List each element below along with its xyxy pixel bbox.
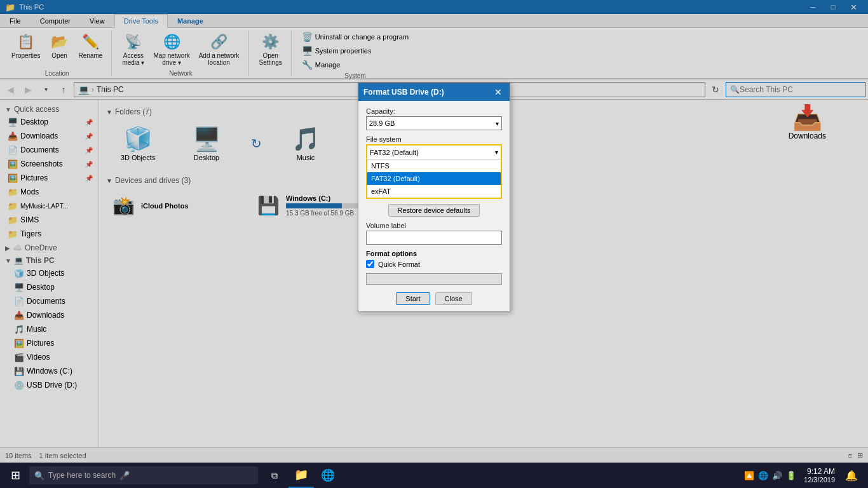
capacity-select-arrow-icon: ▾ [496,120,499,127]
systray-network-icon[interactable]: 🌐 [758,471,768,480]
dialog-body: Capacity: 28.9 GB ▾ File system FAT32 (D… [358,101,510,311]
taskbar-items: ⧉ 📁 🌐 [262,463,341,488]
dialog-titlebar: Format USB Drive (D:) ✕ [358,83,510,101]
taskbar-right: 🔼 🌐 🔊 🔋 9:12 AM 12/3/2019 🔔 [744,463,865,488]
taskbar-search-icon: 🔍 [34,471,44,480]
systray-battery-icon[interactable]: 🔋 [786,471,796,480]
dialog-close-button[interactable]: Close [435,292,472,305]
clock-time: 9:12 AM [804,467,835,476]
volume-label-text: Volume label [366,222,502,229]
filesystem-option-fat32[interactable]: FAT32 (Default) [367,172,501,185]
filesystem-option-ntfs[interactable]: NTFS [367,159,501,172]
taskbar-search[interactable]: 🔍 Type here to search 🎤 [29,466,258,484]
filesystem-dropdown[interactable]: FAT32 (Default) ▾ NTFS FAT32 (Default) e… [366,144,502,199]
taskbar-browser[interactable]: 🌐 [315,463,341,488]
systray-volume-icon[interactable]: 🔊 [772,471,782,480]
systray-chevron-icon[interactable]: 🔼 [744,471,754,480]
taskbar-clock[interactable]: 9:12 AM 12/3/2019 [799,467,840,484]
quick-format-checkbox[interactable] [366,260,374,268]
taskbar-mic-icon[interactable]: 🎤 [119,471,130,480]
dialog-close-x-button[interactable]: ✕ [492,86,505,98]
dialog-buttons: Start Close [366,292,502,305]
filesystem-arrow-icon: ▾ [495,149,498,156]
filesystem-selected-value: FAT32 (Default) [370,149,419,156]
quick-format-label: Quick Format [378,261,420,268]
taskbar-file-explorer[interactable]: 📁 [288,463,314,488]
taskbar-task-view[interactable]: ⧉ [262,463,287,488]
dialog-title: Format USB Drive (D:) [363,88,444,97]
systray: 🔼 🌐 🔊 🔋 [744,471,796,480]
filesystem-label: File system [366,135,502,143]
format-dialog: Format USB Drive (D:) ✕ Capacity: 28.9 G… [358,83,510,312]
start-button[interactable]: ⊞ [3,463,28,488]
progress-bar [366,273,502,285]
filesystem-dropdown-header[interactable]: FAT32 (Default) ▾ [367,146,501,159]
capacity-label: Capacity: [366,107,502,115]
taskbar: ⊞ 🔍 Type here to search 🎤 ⧉ 📁 🌐 🔼 🌐 🔊 🔋 … [0,463,868,488]
start-button[interactable]: Start [396,292,430,305]
capacity-select[interactable]: 28.9 GB ▾ [366,116,502,130]
dialog-overlay: Format USB Drive (D:) ✕ Capacity: 28.9 G… [0,0,868,463]
taskbar-search-text: Type here to search [48,471,116,480]
format-options-label: Format options [366,250,502,257]
quick-format-row: Quick Format [366,260,502,268]
capacity-value: 28.9 GB [369,119,496,127]
volume-label-input[interactable] [366,231,502,245]
filesystem-dropdown-list: NTFS FAT32 (Default) exFAT [367,159,501,198]
clock-date: 12/3/2019 [804,476,835,484]
filesystem-option-exfat[interactable]: exFAT [367,185,501,198]
filesystem-dropdown-container: FAT32 (Default) ▾ NTFS FAT32 (Default) e… [366,144,502,199]
notification-button[interactable]: 🔔 [843,463,860,488]
restore-defaults-button[interactable]: Restore device defaults [388,204,480,217]
